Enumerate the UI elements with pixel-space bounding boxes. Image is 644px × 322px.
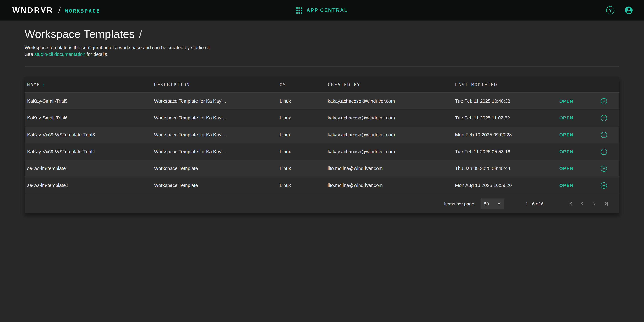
cell-last-modified: Mon Feb 10 2025 09:00:28 [455, 132, 559, 137]
page-description-line1: Workspace template is the configuration … [25, 44, 619, 51]
table-body: KaKay-Small-Trial5 Workspace Template fo… [25, 93, 619, 194]
cell-os: Linux [280, 166, 328, 171]
cell-os: Linux [280, 183, 328, 188]
page-description-line2: See studio-cli documentation for details… [25, 51, 619, 58]
studio-cli-documentation-link[interactable]: studio-cli documentation [34, 52, 85, 57]
cell-description: Workspace Template [154, 166, 280, 171]
table-row: KaKay-Vx69-WSTemplate-Trial4 Workspace T… [25, 143, 619, 160]
cell-created-by: kakay.achacoso@windriver.com [328, 98, 455, 104]
table-row: se-ws-lm-template2 Workspace Template Li… [25, 177, 619, 194]
open-button[interactable]: OPEN [560, 183, 588, 188]
page-size-value: 50 [484, 201, 489, 206]
pagination-controls [567, 200, 610, 207]
table-row: KaKay-Vx69-WSTemplate-Trial3 Workspace T… [25, 126, 619, 144]
cell-os: Linux [280, 149, 328, 154]
sort-ascending-icon[interactable]: ↑ [42, 82, 45, 87]
cell-description: Workspace Template for Ka Kay'... [154, 98, 280, 104]
open-button[interactable]: OPEN [560, 116, 588, 120]
cell-name: KaKay-Small-Trial5 [27, 98, 154, 104]
items-per-page-label: Items per page: [444, 201, 476, 206]
column-header-last-modified[interactable]: LAST MODIFIED [455, 82, 559, 87]
cell-created-by: lito.molina@windriver.com [328, 183, 455, 188]
column-header-os[interactable]: OS [280, 82, 328, 87]
first-page-button[interactable] [567, 200, 574, 207]
cell-last-modified: Tue Feb 11 2025 10:48:38 [455, 98, 559, 104]
add-icon[interactable] [600, 98, 607, 104]
cell-name: se-ws-lm-template2 [27, 183, 154, 188]
add-icon[interactable] [600, 182, 607, 189]
top-navigation-bar: WNDRVR / WORKSPACE APP CENTRAL ? [0, 0, 644, 20]
page-size-select[interactable]: 50 [480, 198, 504, 209]
cell-last-modified: Tue Feb 11 2025 11:02:52 [455, 116, 559, 120]
cell-last-modified: Mon Aug 18 2025 10:39:20 [455, 183, 559, 188]
table-row: se-ws-lm-template1 Workspace Template Li… [25, 160, 619, 177]
add-icon[interactable] [600, 148, 607, 155]
cell-name: KaKay-Small-Trial6 [27, 116, 154, 120]
chevron-down-icon [497, 203, 500, 205]
table-header-row: NAME↑ DESCRIPTION OS CREATED BY LAST MOD… [25, 77, 619, 93]
previous-page-button[interactable] [579, 200, 586, 207]
cell-name: KaKay-Vx69-WSTemplate-Trial4 [27, 149, 154, 154]
column-header-name[interactable]: NAME↑ [27, 82, 154, 87]
description-prefix: See [25, 52, 34, 57]
wndrvr-logo[interactable]: WNDRVR [12, 6, 54, 15]
help-glyph: ? [609, 8, 612, 12]
section-divider [25, 66, 619, 67]
cell-last-modified: Tue Feb 11 2025 05:53:16 [455, 149, 559, 154]
table-row: KaKay-Small-Trial5 Workspace Template fo… [25, 93, 619, 110]
page-title-slash: / [139, 28, 142, 40]
cell-created-by: lito.molina@windriver.com [328, 166, 455, 171]
open-button[interactable]: OPEN [560, 149, 588, 154]
next-page-button[interactable] [591, 200, 598, 207]
cell-name: KaKay-Vx69-WSTemplate-Trial3 [27, 132, 154, 137]
cell-last-modified: Thu Jan 09 2025 08:45:44 [455, 166, 559, 171]
cell-description: Workspace Template for Ka Kay'... [154, 149, 280, 154]
app-central-link[interactable]: APP CENTRAL [296, 7, 348, 13]
column-header-created-by[interactable]: CREATED BY [328, 82, 455, 87]
cell-name: se-ws-lm-template1 [27, 166, 154, 171]
product-name-workspace: WORKSPACE [65, 7, 100, 14]
page-title-text: Workspace Templates [25, 28, 135, 40]
cell-description: Workspace Template for Ka Kay'... [154, 116, 280, 120]
column-header-description[interactable]: DESCRIPTION [154, 82, 280, 87]
pagination-range: 1 - 6 of 6 [526, 201, 544, 206]
add-icon[interactable] [600, 114, 607, 121]
description-suffix: for details. [85, 52, 108, 57]
topbar-actions: ? [606, 6, 633, 15]
open-button[interactable]: OPEN [560, 132, 588, 137]
cell-description: Workspace Template [154, 183, 280, 188]
column-header-name-label: NAME [27, 82, 40, 87]
cell-created-by: kakay.achacoso@windriver.com [328, 132, 455, 137]
cell-description: Workspace Template for Ka Kay'... [154, 132, 280, 137]
logo-slash: / [58, 6, 60, 15]
open-button[interactable]: OPEN [560, 166, 588, 171]
cell-os: Linux [280, 98, 328, 104]
add-icon[interactable] [600, 165, 607, 172]
page-title: Workspace Templates/ [25, 28, 619, 40]
main-content: Workspace Templates/ Workspace template … [0, 28, 644, 213]
app-root: WNDRVR / WORKSPACE APP CENTRAL ? [0, 0, 644, 322]
cell-created-by: kakay.achacoso@windriver.com [328, 116, 455, 120]
app-grid-icon [296, 7, 302, 13]
cell-os: Linux [280, 132, 328, 137]
last-page-button[interactable] [603, 200, 610, 207]
app-central-label: APP CENTRAL [306, 8, 348, 13]
open-button[interactable]: OPEN [560, 98, 588, 104]
table-row: KaKay-Small-Trial6 Workspace Template fo… [25, 110, 619, 126]
help-icon[interactable]: ? [606, 6, 614, 14]
cell-created-by: kakay.achacoso@windriver.com [328, 149, 455, 154]
table-footer: Items per page: 50 1 - 6 of 6 [25, 194, 619, 213]
account-icon[interactable] [624, 6, 633, 15]
templates-table: NAME↑ DESCRIPTION OS CREATED BY LAST MOD… [25, 77, 619, 213]
add-icon[interactable] [600, 131, 607, 138]
cell-os: Linux [280, 116, 328, 120]
